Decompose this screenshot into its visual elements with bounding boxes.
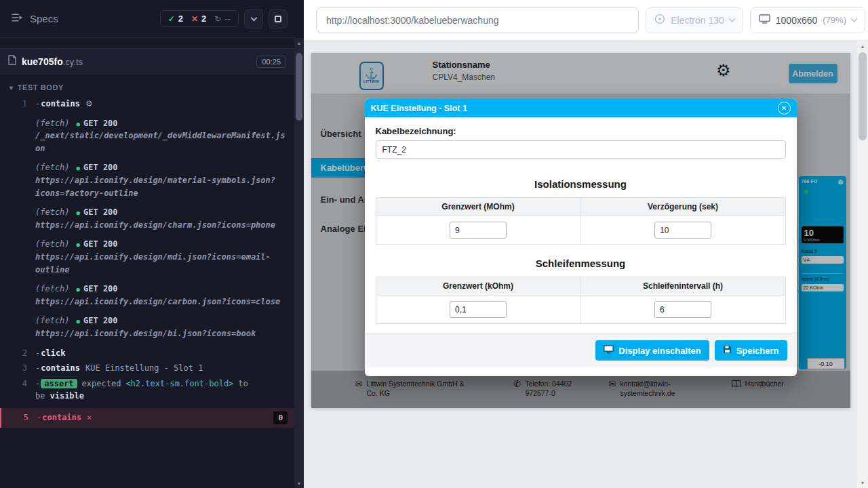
command-name: click [41, 348, 65, 358]
kabelbezeichnung-input[interactable] [376, 140, 786, 159]
fetch-status: GET 200 [83, 316, 118, 325]
spec-duration: 00:25 [256, 56, 286, 68]
scroll-up-icon[interactable]: ▲ [857, 41, 868, 52]
spec-header[interactable]: kue705fo.cy.ts 00:25 [0, 48, 294, 75]
loop-grenzwert-input[interactable] [450, 301, 507, 318]
loop-col-intervall: Schleifenintervall (h) [580, 277, 785, 296]
runner-right-pane: Electron 130 1000x660 (79%) ⚓ LITTWIN [304, 0, 868, 488]
scroll-down-icon[interactable]: ▼ [294, 479, 304, 488]
stat-pending: ↻ -- [214, 14, 231, 24]
display-icon [604, 345, 614, 356]
page-scrollbar-thumb[interactable] [859, 52, 867, 140]
fetch-status: GET 200 [83, 119, 118, 128]
iso-col-grenzwert: Grenzwert (MOhm) [376, 198, 580, 216]
fetch-status: GET 200 [83, 163, 118, 172]
iso-grenzwert-input[interactable] [450, 222, 507, 239]
specs-menu-icon[interactable] [11, 13, 23, 25]
fetch-row-3[interactable]: (fetch)●GET 200 https://api.iconify.desi… [0, 205, 294, 232]
check-icon: ✓ [168, 14, 175, 24]
schleifen-heading: Schleifenmessung [376, 258, 786, 269]
reporter-scrollbar[interactable]: ▲ ▼ [294, 38, 304, 488]
fetch-url: https://api.iconify.design/bi.json?icons… [35, 327, 288, 340]
spec-file-icon [8, 55, 16, 68]
command-dash: - [35, 99, 40, 108]
spec-extension: .cy.ts [63, 57, 83, 67]
fetch-url: https://api.iconify.design/charm.json?ic… [35, 219, 288, 232]
modal-footer: Display einschalten Speichern [365, 333, 797, 367]
status-dot-icon: ● [77, 121, 80, 127]
fetch-tag: (fetch) [35, 207, 70, 217]
url-input[interactable] [316, 7, 639, 33]
fetch-row-4[interactable]: (fetch)●GET 200 https://api.iconify.desi… [0, 237, 294, 277]
gear-icon: ⚙ [85, 99, 93, 108]
loop-col-grenzwert: Grenzwert (kOhm) [376, 277, 580, 296]
test-body-section[interactable]: ▾ TEST BODY [0, 75, 294, 96]
electron-icon [654, 14, 665, 27]
fetch-row-2[interactable]: (fetch)●GET 200 https://api.iconify.desi… [0, 160, 294, 201]
fetch-row-1[interactable]: (fetch)●GET 200 /_next/static/developmen… [0, 116, 294, 157]
app-root: Specs ✓ 2 ✕ 2 ↻ -- [0, 0, 868, 488]
assert-expected: expected [82, 379, 121, 388]
scroll-down-icon[interactable]: ▼ [857, 477, 868, 488]
schleifen-table: Grenzwert (kOhm) Schleifenintervall (h) [376, 277, 786, 324]
status-dot-icon: ● [77, 318, 80, 325]
fetch-tag: (fetch) [35, 316, 70, 325]
status-dot-icon: ● [77, 209, 80, 216]
iso-verzoegerung-input[interactable] [654, 222, 711, 239]
fetch-status: GET 200 [83, 284, 118, 293]
refresh-icon: ↻ [214, 14, 221, 24]
page-scrollbar[interactable]: ▲ ▼ [857, 41, 868, 488]
isolation-table: Grenzwert (MOhm) Verzögerung (sek) [376, 197, 786, 245]
fetch-url: /_next/static/development/_devMiddleware… [35, 129, 288, 155]
save-icon [723, 345, 732, 356]
fetch-tag: (fetch) [35, 163, 70, 172]
command-log: 1 -contains⚙ (fetch)●GET 200 /_next/stat… [0, 96, 294, 428]
fetch-tag: (fetch) [35, 119, 70, 128]
modal-header: KUE Einstellung - Slot 1 ✕ [365, 99, 797, 117]
fetch-url: https://api.iconify.design/mdi.json?icon… [35, 251, 288, 276]
spec-name: kue705fo.cy.ts [22, 56, 83, 67]
kabel-field-label: Kabelbezeichnung: [376, 126, 786, 136]
command-row-click[interactable]: 2 -click [0, 346, 294, 361]
specs-label[interactable]: Specs [30, 13, 58, 24]
command-name: contains [42, 413, 81, 422]
command-number: 4 [0, 378, 35, 403]
fail-count-badge: 0 [273, 411, 288, 424]
fetch-url: https://api.iconify.design/material-symb… [35, 174, 288, 199]
close-icon[interactable]: ✕ [778, 102, 791, 115]
scroll-up-icon[interactable]: ▲ [294, 38, 304, 47]
command-row-contains-failed[interactable]: 5 -contains× 0 [0, 408, 294, 428]
command-number: 1 [0, 98, 35, 110]
fetch-row-6[interactable]: (fetch)●GET 200 https://api.iconify.desi… [0, 313, 294, 341]
fail-cross-icon: × [87, 413, 92, 422]
loop-intervall-input[interactable] [654, 301, 711, 318]
reporter-scrollbar-thumb[interactable] [296, 53, 302, 121]
assert-element: <h2.text-sm.font-bold> [125, 379, 233, 388]
collapse-button[interactable] [244, 9, 263, 28]
chevron-down-icon [851, 16, 858, 22]
fetch-row-5[interactable]: (fetch)●GET 200 https://api.iconify.desi… [0, 281, 294, 309]
monitor-icon [759, 14, 770, 26]
viewport-size: 1000x660 [776, 15, 818, 26]
test-stats: ✓ 2 ✕ 2 ↻ -- [160, 10, 239, 27]
command-name: contains [41, 99, 80, 108]
isolation-heading: Isolationsmessung [376, 178, 786, 190]
browser-selector[interactable]: Electron 130 [646, 7, 743, 33]
stat-passed: ✓ 2 [168, 14, 183, 24]
viewport-selector[interactable]: 1000x660 (79%) [750, 7, 865, 33]
command-argument: KUE Einstellung - Slot 1 [85, 363, 203, 373]
app-under-test: ⚓ LITTWIN Stationsname CPLV4_Maschen ⚙ A… [311, 53, 850, 408]
command-row-assert[interactable]: 4 -assertexpected<h2.text-sm.font-bold>t… [0, 376, 294, 404]
cypress-reporter: Specs ✓ 2 ✕ 2 ↻ -- [0, 0, 304, 488]
display-on-button[interactable]: Display einschalten [595, 340, 709, 361]
command-number: 2 [0, 347, 35, 360]
command-row-contains-2[interactable]: 3 -containsKUE Einstellung - Slot 1 [0, 361, 294, 376]
stop-button[interactable] [269, 9, 288, 28]
fetch-tag: (fetch) [35, 284, 70, 293]
command-row-contains-1[interactable]: 1 -contains⚙ [0, 96, 294, 112]
save-button[interactable]: Speichern [715, 340, 787, 361]
section-label: TEST BODY [18, 83, 64, 92]
stat-failed: ✕ 2 [191, 14, 206, 24]
reporter-header: Specs ✓ 2 ✕ 2 ↻ -- [0, 0, 294, 38]
kue-settings-modal: KUE Einstellung - Slot 1 ✕ Kabelbezeichn… [365, 99, 797, 376]
